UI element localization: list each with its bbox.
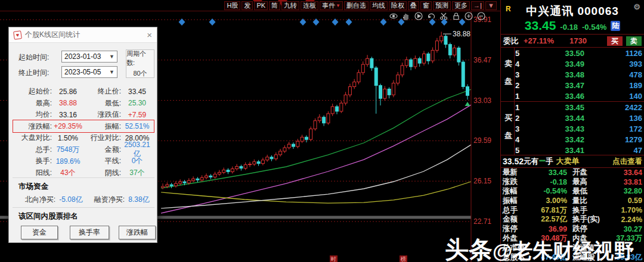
watermark: 头条@老朱财经视野 (445, 233, 634, 262)
stock-title: 中兴通讯 000063 (501, 4, 644, 19)
start-time-label: 起始时间: (18, 52, 49, 63)
lock-icon[interactable] (451, 11, 461, 21)
order-book-row: 1 33.45 2422 (515, 102, 643, 113)
zoom-in-icon[interactable] (464, 11, 473, 21)
order-book-row: 3 33.43 172 (515, 123, 643, 134)
weicha-value: 1730 (569, 36, 587, 45)
detail-row: 总手67.81万 换手1.70% (501, 205, 644, 215)
toolbar-menu-item[interactable]: 简 (269, 1, 280, 10)
svg-text:33.03: 33.03 (473, 96, 491, 105)
market-badge: 陆 (611, 21, 620, 31)
svg-text:29.59: 29.59 (473, 136, 491, 145)
chevron-down-icon: ▼ (109, 54, 114, 60)
stats-row: 起始价:25.86 终止价:33.45 (14, 86, 153, 98)
toolbar-menu-item[interactable]: 除权 (389, 1, 407, 10)
detail-row: 涨跌-0.18 最高33.81 (501, 177, 644, 187)
detail-row: 金额22.57亿 换手(实)2.24% (501, 215, 644, 224)
funds-row: 北向净买: -5.08亿 融资净买: 8.38亿 (14, 195, 153, 205)
toolbar-menu-item[interactable]: 事件▼ (320, 1, 343, 10)
divider (13, 207, 154, 208)
detail-row: 振幅3.00% 量比0.59 (501, 196, 644, 205)
detail-row: 涨停36.99 跌停30.27 (501, 224, 644, 234)
market-funds-header: 市场资金 (18, 182, 48, 192)
svg-text:22.71: 22.71 (473, 217, 491, 226)
order-book-row: 5 33.50 1126 (515, 48, 643, 58)
chevron-down-icon: ▼ (336, 2, 340, 10)
toolbar-menu-item[interactable]: 叠 (408, 1, 419, 10)
order-book-row: 5 33.41 47 (515, 145, 643, 155)
detail-row: 最新33.45 开盘33.64 (501, 168, 644, 177)
svg-text:26.15: 26.15 (473, 177, 491, 185)
svg-text:36.47: 36.47 (473, 56, 491, 64)
eye-icon[interactable] (389, 11, 398, 21)
ranking-header: 该区间内股票排名 (18, 211, 78, 222)
chevron-down-icon: ▼ (109, 69, 114, 75)
change-rank-button[interactable]: 涨跌幅 (119, 226, 156, 239)
toolbar-menu-item[interactable]: 发 (242, 1, 253, 10)
end-time-label: 终止时间: (18, 68, 49, 78)
toolbar-menu-item[interactable]: 删自选 (344, 1, 369, 10)
kline-stats-dialog: ♥ 个股K线区间统计 × 起始时间: 2023-01-03 ▼ 终止时间: 20… (8, 27, 157, 243)
toolbar-menu-item[interactable]: 预测 (433, 1, 451, 10)
sell-button[interactable]: 卖 (626, 36, 642, 46)
cards-icon: ♥ (13, 30, 22, 40)
top-toolbar: H股发PK简九转连板事件▼删自选均线除权叠窗预测更多→|▼ (0, 0, 500, 11)
toolbar-menu-item[interactable]: →| (471, 1, 484, 10)
period-count-box: 周期个数: 80个 (126, 49, 154, 78)
toolbar-menu-item[interactable]: 窗 (420, 1, 432, 10)
toolbar-menu-item[interactable]: 均线 (370, 1, 388, 10)
toolbar-menu-item[interactable]: 九转 (281, 1, 299, 10)
stats-row: 最高:38.88 最低:25.30 (14, 98, 153, 110)
order-book-row: 2 33.47 189 (515, 80, 643, 91)
quote-panel: R ⚙ 中兴通讯 000063 33.45 -0.18 -0.54% 陆 委比 … (500, 0, 644, 262)
highlight-box (13, 120, 154, 133)
order-book-row: 1 33.46 140 (515, 91, 643, 101)
stats-row: 总手:7548万 金额:2503.21亿 (14, 144, 153, 156)
view-big-orders-link[interactable]: 点击查看 (612, 157, 642, 167)
toolbar-menu-item[interactable]: H股 (224, 1, 240, 10)
stock-code: 000063 (577, 5, 618, 17)
toolbar-menu-item[interactable]: 更多 (452, 1, 470, 10)
stats-row: 均价:33.16 涨跌值:+7.59 (14, 109, 153, 121)
ask-book: 5 33.50 1126 4 33.49 393 3 33.48 478 2 3… (515, 48, 643, 101)
order-book-row: 2 33.44 136 (515, 113, 643, 123)
order-book-row: 4 33.49 393 (515, 58, 643, 69)
big-order-ticker: 33.52 元有 **** 手 大卖单 点击查看 (501, 155, 644, 167)
mini-badge[interactable]: 时 (330, 255, 338, 262)
order-book-row: 4 33.42 1279 (515, 134, 643, 145)
mini-badge[interactable]: 榜 (400, 255, 407, 262)
price-row: 33.45 -0.18 -0.54% 陆 (501, 18, 644, 33)
weibi-row: 委比 +27.11% 1730 买 卖 (501, 35, 644, 47)
price-change-pct: -0.54% (582, 23, 606, 32)
funds-rank-button[interactable]: 资金 (21, 226, 58, 239)
scissors-icon[interactable] (439, 11, 448, 21)
stock-name: 中兴通讯 (526, 5, 574, 17)
weibi-value: +27.11% (524, 36, 554, 45)
trading-app-window: H股发PK简九转连板事件▼删自选均线除权叠窗预测更多→|▼ 39.9136.47… (0, 0, 644, 262)
buy-button[interactable]: 买 (607, 36, 623, 46)
dialog-title-bar: ♥ 个股K线区间统计 × (9, 27, 157, 43)
turnover-rank-button[interactable]: 换手率 (70, 226, 109, 239)
bid-book: 1 33.45 2422 2 33.44 136 3 33.43 172 4 3… (515, 102, 643, 155)
toolbar-menu-item[interactable]: PK (254, 1, 268, 10)
last-price: 33.45 (525, 18, 556, 33)
order-book-row: 3 33.48 478 (515, 69, 643, 80)
chart-toolbar (389, 11, 486, 21)
price-change: -0.18 (560, 23, 578, 32)
play-icon[interactable] (414, 11, 423, 21)
dialog-title: 个股K线区间统计 (25, 30, 80, 40)
close-icon[interactable]: × (147, 30, 152, 39)
svg-text:38.88: 38.88 (453, 30, 470, 38)
toolbar-menu-item[interactable]: ▼ (485, 1, 497, 10)
toolbar-menu-item[interactable]: 连板 (301, 1, 318, 10)
detail-row: 涨幅-0.54% 最低32.80 (501, 187, 644, 196)
start-date-select[interactable]: 2023-01-03 ▼ (61, 51, 117, 63)
undo-icon[interactable] (426, 11, 436, 21)
divider (13, 177, 154, 178)
stats-row: 换手:189.6% 平线:0个 (14, 155, 153, 167)
hand-icon[interactable] (401, 11, 411, 21)
end-date-select[interactable]: 2023-05-05 ▼ (61, 66, 117, 78)
zoom-out-icon[interactable] (476, 11, 486, 21)
